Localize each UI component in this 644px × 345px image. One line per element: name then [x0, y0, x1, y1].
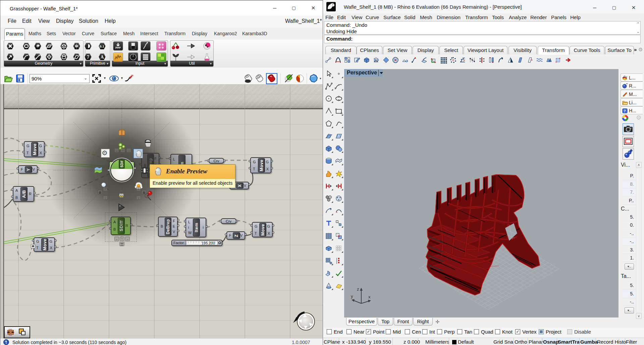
svg-text:z: z [357, 287, 359, 292]
svg-text:?: ? [624, 109, 626, 113]
svg-text:0.1: 0.1 [100, 44, 104, 48]
svg-text:A: A [101, 55, 104, 60]
svg-text:y: y [351, 294, 353, 299]
svg-text:7: 7 [87, 55, 89, 60]
svg-text:x: x [368, 294, 371, 299]
